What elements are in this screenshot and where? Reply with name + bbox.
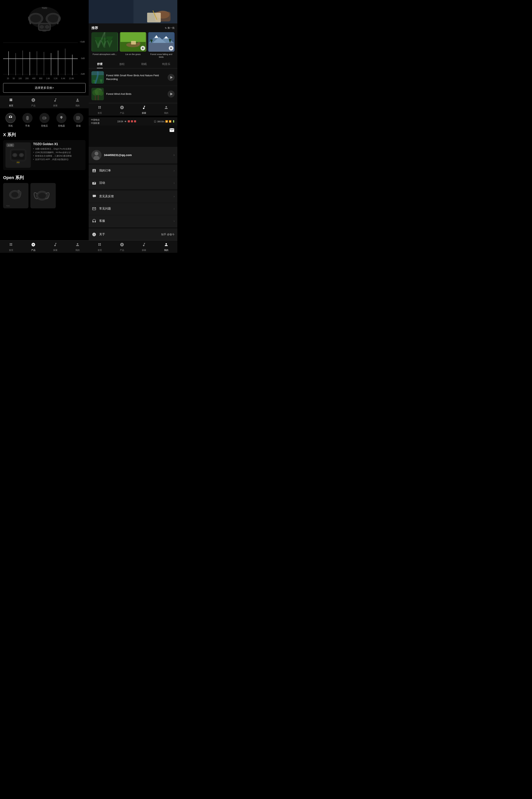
feature-1: 动圈+动铁双单元，OrigX Pro专业调音 (33, 147, 83, 150)
nav-mine-my[interactable]: 我的 (164, 242, 168, 252)
recommend-card-3[interactable]: Forest snow falling and birds (148, 32, 175, 58)
freq-50: 50 (13, 77, 15, 79)
profile-section[interactable]: 344459231@qq.com › (89, 147, 177, 163)
category-speaker[interactable]: 音箱 (73, 113, 83, 128)
tab-pure-music[interactable]: 纯音乐 (155, 60, 177, 68)
eq-freq-labels: 20 50 100 200 400 800 1.6K 3.2K 6.4K 12.… (3, 77, 78, 79)
eq-bar-800 (40, 41, 48, 75)
home-icon-r (98, 105, 102, 111)
nav-home-2[interactable]: 首页 (9, 242, 13, 252)
bottom-nav-right: 首页 产品 探索 (89, 103, 177, 116)
recommend-card-2[interactable]: Lie on the grass (120, 32, 146, 58)
carrier-2: 中国联通 (91, 122, 99, 125)
eq-label-0db: 0dB (81, 57, 85, 59)
nav-home-label-r: 首页 (98, 112, 102, 114)
menu-feedback[interactable]: 意见及反馈 › (89, 190, 177, 202)
nav-explore-r[interactable]: 探索 (142, 105, 146, 114)
home-icon (9, 98, 13, 103)
recommend-thumb-3 (148, 32, 175, 52)
refresh-label: 换一批 (168, 26, 175, 30)
svg-rect-17 (27, 116, 28, 117)
freq-3k2: 3.2K (54, 77, 58, 79)
nav-mine-label-r: 我的 (164, 112, 168, 114)
banner-image (89, 0, 177, 23)
open-product-1[interactable]: TOZO (3, 183, 28, 208)
sound-item-1[interactable]: Forest With Small River Birds And Nature… (89, 69, 177, 86)
category-charger[interactable]: 充电器 (56, 113, 66, 128)
svg-point-80 (99, 91, 103, 95)
play-button-2[interactable] (168, 91, 175, 97)
nav-home-my[interactable]: 首页 (98, 242, 102, 252)
freq-12k8: 12.8K (69, 77, 74, 79)
about-row[interactable]: 关于 知乎 @奋斗 (89, 229, 177, 240)
svg-rect-76 (91, 71, 104, 75)
play-btn-card-2[interactable] (140, 46, 145, 51)
nav-home-r[interactable]: 首页 (98, 105, 102, 114)
eq-bar-50 (12, 41, 19, 75)
category-watch[interactable]: 手表 (22, 113, 33, 128)
svg-point-11 (45, 25, 49, 29)
nav-mine-2[interactable]: 我的 (75, 242, 80, 252)
open-product-2[interactable] (31, 183, 56, 208)
eq-bar-400 (33, 41, 40, 75)
sound-list: Forest With Small River Birds And Nature… (89, 69, 177, 103)
svg-point-37 (11, 192, 18, 197)
menu-orders[interactable]: 我的订单 › (89, 165, 177, 177)
products-icon-2 (31, 242, 36, 248)
my-page-top (89, 125, 177, 147)
select-more-button[interactable]: 选择更多音效> (3, 83, 86, 93)
status-indicators: 🎧 306 B/s 📶 📶 🔋 (154, 120, 175, 123)
sound-title-2: Forest Wind And Birds (106, 92, 131, 95)
play-button-1[interactable] (168, 74, 175, 81)
mine-icon-2 (75, 242, 80, 248)
sound-item-2[interactable]: Forest Wind And Birds (89, 86, 177, 103)
eq-bar-3k2 (55, 41, 61, 75)
freq-1k6: 1.6K (46, 77, 50, 79)
recommend-thumb-1 (91, 32, 118, 52)
menu-faq[interactable]: 常见问题 › (89, 203, 177, 215)
nav-mine-r[interactable]: 我的 (164, 105, 168, 114)
category-earphone-label: 耳机 (8, 124, 13, 128)
category-tabs: 舒缓 放松 助眠 纯音乐 (89, 60, 177, 69)
nav-products[interactable]: 产品 (31, 98, 36, 107)
nav-explore-my[interactable]: 探索 (142, 242, 146, 252)
recommend-thumb-2 (120, 32, 146, 52)
freq-800: 800 (39, 77, 42, 79)
headphone-image: TOZO V100+ (23, 2, 66, 33)
nav-explore-2[interactable]: 探索 (53, 242, 57, 252)
forest-wind-image (91, 88, 104, 100)
menu-activity[interactable]: 活动 › (89, 177, 177, 189)
feature-4: 支持TOZO APP，内置16款预设EQ (33, 158, 83, 161)
nav-explore[interactable]: 探索 (53, 98, 57, 107)
nav-products-2[interactable]: 产品 (31, 242, 36, 252)
category-powerbank[interactable]: 充电宝 (39, 113, 50, 128)
play-btn-card-3[interactable] (169, 46, 173, 51)
refresh-button[interactable]: ↻ 换一批 (165, 26, 175, 30)
avatar-image (91, 150, 101, 160)
svg-rect-33 (17, 162, 20, 163)
tab-sleep[interactable]: 助眠 (133, 60, 155, 68)
tab-soothe[interactable]: 舒缓 (89, 60, 111, 68)
nav-mine[interactable]: 我的 (75, 98, 80, 107)
tab-relax[interactable]: 放松 (111, 60, 133, 68)
freq-20: 20 (7, 77, 9, 79)
open-series-grid: TOZO (3, 183, 86, 208)
top-banner (89, 0, 177, 23)
svg-rect-45 (147, 13, 161, 22)
nav-products-my[interactable]: 产品 (120, 242, 124, 252)
headphone-status-icon: 🎧 (154, 120, 156, 123)
mail-button[interactable] (169, 127, 175, 133)
product-card-golden-x1[interactable]: ⊡ 3D (3, 140, 86, 170)
category-earphone[interactable]: 耳机 (5, 113, 16, 128)
customer-service-icon (91, 218, 97, 224)
nav-home[interactable]: 首页 (9, 98, 13, 107)
recommend-card-1[interactable]: Forest atmosphere with... (91, 32, 118, 58)
nav-home-label: 首页 (9, 104, 13, 107)
badge-3d: ⊡ 3D (7, 144, 14, 147)
nav-products-r[interactable]: 产品 (120, 105, 124, 114)
svg-text:V100+: V100+ (16, 163, 20, 164)
menu-customer-service[interactable]: 客服 › (89, 215, 177, 227)
powerbank-icon (39, 113, 50, 123)
status-bar: 中国电信 中国联通 19:04 👁 🅱 🅱 🅱 🎧 306 B/s 📶 📶 🔋 (89, 117, 177, 125)
open-earphone-1-image: TOZO (4, 184, 27, 207)
